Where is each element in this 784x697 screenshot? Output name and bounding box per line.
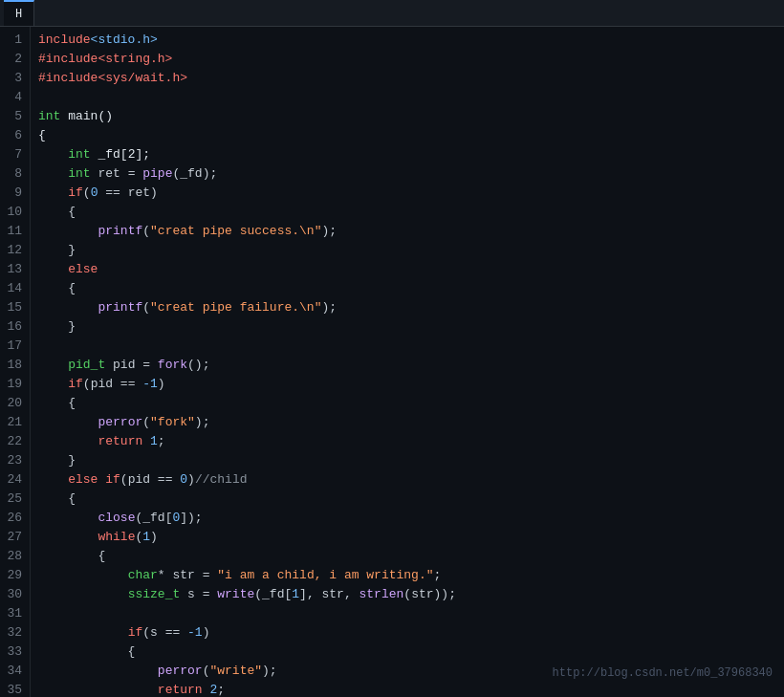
line-number: 8 — [4, 164, 22, 184]
line-number: 13 — [4, 260, 22, 279]
line-number: 12 — [4, 241, 22, 260]
line-number: 35 — [4, 681, 22, 697]
code-line: int _fd[2]; — [38, 145, 776, 164]
code-line: return 2; — [38, 681, 776, 697]
line-number: 25 — [4, 490, 22, 509]
line-number: 7 — [4, 145, 22, 164]
code-line: while(1) — [38, 528, 776, 547]
code-line: printf("creat pipe failure.\n"); — [38, 298, 776, 317]
line-number: 4 — [4, 88, 22, 107]
line-number: 30 — [4, 585, 22, 604]
code-line — [38, 337, 776, 356]
code-area: 1234567891011121314151617181920212223242… — [0, 27, 784, 697]
line-number: 10 — [4, 203, 22, 222]
code-line: } — [38, 317, 776, 337]
code-line: { — [38, 394, 776, 413]
tab-bar: H — [0, 0, 784, 27]
code-line: if(pid == -1) — [38, 375, 776, 394]
code-line: if(0 == ret) — [38, 184, 776, 203]
code-line: close(_fd[0]); — [38, 509, 776, 528]
code-line: #include<string.h> — [38, 50, 776, 69]
line-number: 28 — [4, 547, 22, 566]
line-number: 22 — [4, 432, 22, 451]
line-number: 31 — [4, 604, 22, 623]
code-line: return 1; — [38, 432, 776, 451]
code-content[interactable]: include<stdio.h>#include<string.h>#inclu… — [31, 27, 784, 697]
line-number: 32 — [4, 623, 22, 643]
line-number: 5 — [4, 107, 22, 126]
line-number: 33 — [4, 643, 22, 662]
line-number: 19 — [4, 375, 22, 394]
code-line: char* str = "i am a child, i am writing.… — [38, 566, 776, 585]
line-number: 17 — [4, 337, 22, 356]
code-line: pid_t pid = fork(); — [38, 356, 776, 375]
line-number: 29 — [4, 566, 22, 585]
code-line — [38, 604, 776, 623]
code-line: perror("fork"); — [38, 413, 776, 432]
code-line: { — [38, 490, 776, 509]
code-line: printf("creat pipe success.\n"); — [38, 222, 776, 241]
line-number: 21 — [4, 413, 22, 432]
code-line: else if(pid == 0)//child — [38, 470, 776, 490]
line-number: 16 — [4, 317, 22, 337]
active-tab[interactable]: H — [4, 0, 34, 26]
code-line: #include<sys/wait.h> — [38, 69, 776, 88]
line-number: 1 — [4, 31, 22, 50]
code-line: { — [38, 643, 776, 662]
line-number: 27 — [4, 528, 22, 547]
line-number: 14 — [4, 279, 22, 298]
watermark: http://blog.csdn.net/m0_37968340 — [553, 666, 773, 680]
code-line: { — [38, 279, 776, 298]
line-number: 3 — [4, 69, 22, 88]
line-number: 6 — [4, 126, 22, 145]
code-line: else — [38, 260, 776, 279]
code-line: } — [38, 241, 776, 260]
line-numbers: 1234567891011121314151617181920212223242… — [0, 27, 31, 697]
line-number: 9 — [4, 184, 22, 203]
code-line — [38, 88, 776, 107]
code-line: { — [38, 547, 776, 566]
code-line: { — [38, 203, 776, 222]
code-line: int main() — [38, 107, 776, 126]
code-line: if(s == -1) — [38, 623, 776, 643]
code-line: } — [38, 451, 776, 470]
code-line: include<stdio.h> — [38, 31, 776, 50]
line-number: 24 — [4, 470, 22, 490]
line-number: 11 — [4, 222, 22, 241]
line-number: 20 — [4, 394, 22, 413]
line-number: 18 — [4, 356, 22, 375]
line-number: 15 — [4, 298, 22, 317]
code-line: { — [38, 126, 776, 145]
line-number: 26 — [4, 509, 22, 528]
line-number: 23 — [4, 451, 22, 470]
tab-label: H — [15, 8, 22, 21]
editor-container: H 12345678910111213141516171819202122232… — [0, 0, 784, 697]
line-number: 2 — [4, 50, 22, 69]
code-line: ssize_t s = write(_fd[1], str, strlen(st… — [38, 585, 776, 604]
code-line: int ret = pipe(_fd); — [38, 164, 776, 184]
line-number: 34 — [4, 662, 22, 681]
